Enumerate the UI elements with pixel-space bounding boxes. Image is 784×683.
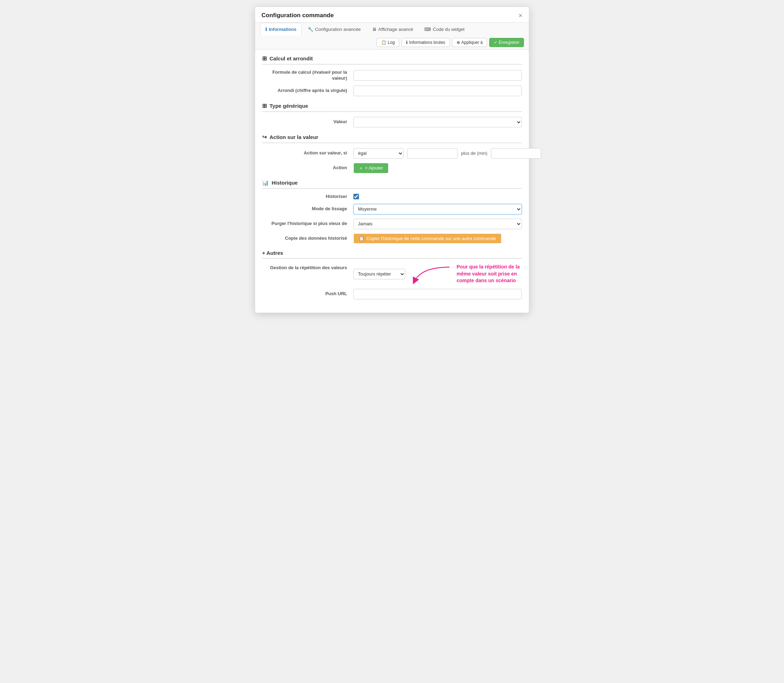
appliquer-label: Appliquer à: [462, 40, 483, 45]
action-valeur-si-group: Action sur valeur, si égal différent sup…: [262, 148, 522, 159]
arrondi-input[interactable]: [353, 86, 522, 96]
tab-affichage-label: Affichage avancé: [378, 27, 414, 32]
mode-lissage-select[interactable]: Aucun Moyenne Médiane Maximum Minimum: [353, 204, 522, 215]
action-valeur-si-label: Action sur valeur, si: [262, 150, 353, 156]
close-button[interactable]: ×: [518, 12, 523, 19]
modal-body: ⊞ Calcul et arrondit Formule de calcul (…: [255, 50, 529, 313]
section-action-title: ↪ Action sur la valeur: [262, 134, 522, 143]
log-button[interactable]: 📋 Log: [377, 38, 399, 47]
valeur-select[interactable]: Option 1 Option 2: [353, 117, 522, 127]
infos-brutes-button[interactable]: ℹ Informations brutes: [401, 38, 450, 47]
tab-code-icon: ⌨: [424, 27, 431, 32]
tab-informations[interactable]: ℹ Informations: [260, 23, 302, 35]
action-inline: égal différent supérieur inférieur plus …: [353, 148, 541, 159]
action-valeur-input[interactable]: [407, 148, 457, 159]
formule-label: Formule de calcul (#value# pour la valeu…: [262, 69, 353, 82]
infos-brutes-label: Informations brutes: [409, 40, 445, 45]
purger-label: Purger l'historique si plus vieux de: [262, 221, 353, 227]
action-valeur-si-select[interactable]: égal différent supérieur inférieur: [353, 148, 404, 159]
tab-config-label: Configuration avancée: [315, 27, 361, 32]
section-calcul-title: ⊞ Calcul et arrondit: [262, 55, 522, 64]
formule-group: Formule de calcul (#value# pour la valeu…: [262, 69, 522, 82]
tab-config-icon: 🔧: [308, 27, 313, 32]
section-autres-title: + Autres: [262, 250, 522, 259]
appliquer-icon: ⊕: [457, 40, 460, 45]
enregistrer-icon: ✓: [494, 40, 497, 45]
modal-header: Configuration commande ×: [255, 7, 529, 23]
mode-lissage-label: Mode de lissage: [262, 206, 353, 212]
enregistrer-button[interactable]: ✓ Enregistrer: [489, 38, 524, 47]
action-label: Action: [262, 165, 353, 171]
copie-groupe: Copie des données historisé 📋 Copier l'h…: [262, 233, 522, 244]
formule-input[interactable]: [353, 70, 522, 81]
section-calcul: ⊞ Calcul et arrondit Formule de calcul (…: [262, 55, 522, 96]
copier-label: Copier l'historique de cette commande su…: [366, 236, 496, 241]
historiser-checkbox[interactable]: [353, 194, 359, 199]
copie-label: Copie des données historisé: [262, 236, 353, 242]
section-action-valeur: ↪ Action sur la valeur Action sur valeur…: [262, 134, 522, 173]
action-group: Action ＋ + Ajouter: [262, 163, 522, 173]
tab-informations-label: Informations: [269, 27, 297, 32]
push-url-group: Push URL: [262, 289, 522, 299]
tab-informations-icon: ℹ: [265, 27, 267, 32]
section-calcul-icon: ⊞: [262, 55, 267, 62]
toolbar: 📋 Log ℹ Informations brutes ⊕ Appliquer …: [377, 36, 524, 49]
copier-icon: 📋: [359, 236, 364, 241]
section-type-icon: ⊞: [262, 103, 267, 109]
tab-affichage-avance[interactable]: 🖥 Affichage avancé: [367, 23, 418, 35]
push-url-input[interactable]: [353, 289, 522, 299]
valeur-group: Valeur Option 1 Option 2: [262, 117, 522, 127]
section-type-title: ⊞ Type générique: [262, 103, 522, 112]
repetition-group: Gestion de la répétition des valeurs Tou…: [262, 264, 522, 285]
arrondi-group: Arrondi (chiffre après la virgule): [262, 86, 522, 96]
infos-brutes-icon: ℹ: [406, 40, 408, 45]
tabs-bar: ℹ Informations 🔧 Configuration avancée 🖥…: [255, 23, 529, 50]
tab-affichage-icon: 🖥: [372, 27, 377, 32]
repetition-label: Gestion de la répétition des valeurs: [262, 264, 353, 271]
historiser-label: Historiser: [262, 194, 353, 200]
repetition-inline: Toujours répéter Ne jamais répéter Répét…: [353, 264, 522, 285]
copier-button[interactable]: 📋 Copier l'historique de cette commande …: [353, 233, 502, 244]
ajouter-button[interactable]: ＋ + Ajouter: [353, 163, 388, 173]
section-autres: + Autres Gestion de la répétition des va…: [262, 250, 522, 299]
appliquer-button[interactable]: ⊕ Appliquer à: [452, 38, 487, 47]
annotation-area: Pour que la répétition de la même valeur…: [411, 264, 522, 285]
section-historique-icon: 📊: [262, 180, 269, 186]
modal-title: Configuration commande: [261, 12, 334, 19]
section-historique-title: 📊 Historique: [262, 180, 522, 189]
tab-code-label: Code du widget: [433, 27, 464, 32]
log-label: Log: [388, 40, 395, 45]
section-type-generique: ⊞ Type générique Valeur Option 1 Option …: [262, 103, 522, 127]
repetition-select[interactable]: Toujours répéter Ne jamais répéter Répét…: [353, 269, 405, 279]
mode-lissage-group: Mode de lissage Aucun Moyenne Médiane Ma…: [262, 204, 522, 215]
arrondi-label: Arrondi (chiffre après la virgule): [262, 88, 353, 94]
annotation-text: Pour que la répétition de la même valeur…: [457, 264, 522, 284]
tab-code-widget[interactable]: ⌨ Code du widget: [419, 23, 470, 35]
tab-config-avancee[interactable]: 🔧 Configuration avancée: [303, 23, 366, 35]
plus-de-label: plus de (min): [461, 151, 487, 156]
section-historique: 📊 Historique Historiser Mode de lissage …: [262, 180, 522, 244]
arrow-icon: [411, 264, 453, 285]
push-url-label: Push URL: [262, 291, 353, 297]
log-icon: 📋: [381, 40, 386, 45]
purger-select[interactable]: Jamais 1 jour 1 semaine 1 mois 3 mois 6 …: [353, 219, 522, 229]
modal: Configuration commande × ℹ Informations …: [255, 7, 529, 313]
ajouter-icon: ＋: [359, 165, 363, 171]
valeur-label: Valeur: [262, 119, 353, 125]
plus-de-input[interactable]: [491, 148, 541, 159]
section-action-icon: ↪: [262, 134, 267, 140]
enregistrer-label: Enregistrer: [499, 40, 519, 45]
historiser-group: Historiser: [262, 194, 522, 200]
purger-group: Purger l'historique si plus vieux de Jam…: [262, 219, 522, 229]
ajouter-label: + Ajouter: [365, 165, 383, 171]
